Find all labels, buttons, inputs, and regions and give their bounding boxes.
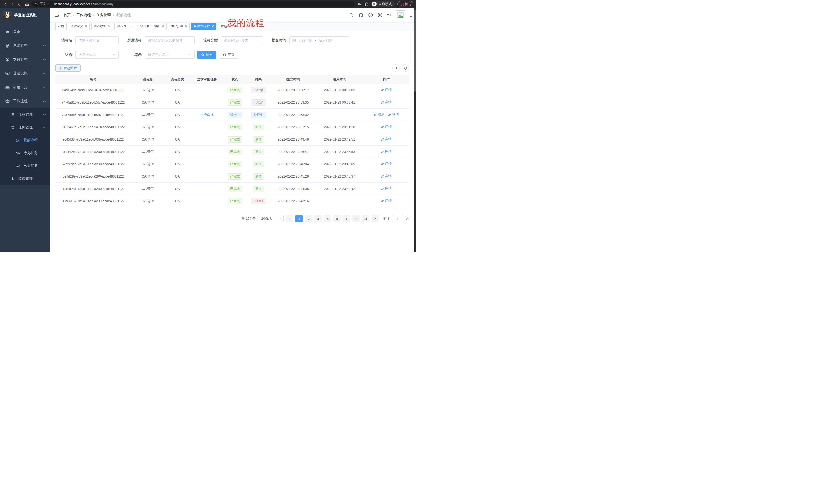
tab-流程表单[interactable]: 流程表单✕ [114,23,136,30]
page-button-6[interactable]: 6 [343,215,350,222]
app-logo-row[interactable]: 芋道管理系统 [0,8,50,22]
page-button-2[interactable]: 2 [305,215,312,222]
sidebar-item-yen[interactable]: 支付管理 [0,53,50,66]
reset-button[interactable]: 重置 [219,51,238,59]
pager-ellipsis[interactable]: ••• [353,215,360,222]
forward-icon[interactable] [10,1,16,7]
page-size-select[interactable]: 10条/页 [258,215,284,222]
font-size-icon[interactable]: тT [387,13,391,17]
table-row: 52ffd28e-7b9a-11ec-a290-acde48001122OA 请… [55,170,409,183]
submit-time-range-picker[interactable]: 开始日期 - 结束日期 [289,36,349,44]
sidebar-item-face[interactable]: 我的流程 [0,134,50,147]
sidebar-item-dashboard[interactable]: 首页 [0,25,50,39]
close-tab-icon[interactable]: ✕ [85,25,87,28]
tab-流程模型[interactable]: 流程模型✕ [91,23,113,30]
browser-menu-icon[interactable] [410,2,411,6]
column-header: 当前审批任务 [190,77,224,82]
edit-icon [388,113,391,116]
avatar-dropdown-caret[interactable] [410,16,412,18]
breadcrumb-item[interactable]: 首页 [63,13,71,18]
close-tab-icon[interactable]: ✕ [185,25,187,28]
help-icon[interactable] [368,12,373,18]
key-icon[interactable] [358,2,362,6]
sidebar-item-gear[interactable]: 系统管理 [0,39,50,53]
next-page-button[interactable] [371,215,379,222]
detail-action-link[interactable]: 详情 [381,88,392,92]
category-select[interactable]: 请选择流程分类 [221,36,263,44]
sidebar-item-list[interactable]: 流程管理 [0,108,50,121]
collapse-sidebar-icon[interactable] [54,12,59,18]
tab-流程表单-编辑[interactable]: 流程表单-编辑✕ [138,23,166,30]
close-tab-icon[interactable]: ✕ [212,25,214,28]
sidebar-item-user[interactable]: 请假查询 [0,172,50,185]
cell-current-task[interactable]: 一级审批 [190,113,224,117]
status-badge: 已完成 [228,186,242,192]
result-select[interactable]: 请选择流结果 [145,51,194,59]
detail-action-link[interactable]: 详情 [381,100,392,105]
reload-icon[interactable] [17,1,23,7]
chevron-up-icon [43,100,46,103]
avatar[interactable] [396,10,406,20]
detail-action-link[interactable]: 详情 [381,174,392,178]
back-icon[interactable] [3,1,8,7]
sidebar-item-briefcase[interactable]: 工作流程 [0,94,50,108]
column-header: 结果 [246,77,271,82]
cancel-action-link[interactable]: 取消 [373,112,384,117]
close-tab-icon[interactable]: ✕ [108,25,110,28]
sidebar-item-monitor[interactable]: 基础设施 [0,66,50,80]
page-button-1[interactable]: 1 [295,215,303,222]
home-icon[interactable] [24,1,30,7]
tab-用户分组[interactable]: 用户分组✕ [168,23,190,30]
breadcrumb-item[interactable]: 任务管理 [97,13,111,18]
sidebar-item-toolbox[interactable]: 研发工具 [0,80,50,94]
chevron-down-icon [257,39,260,42]
incognito-label: 无痕模式 [379,2,392,6]
detail-action-link[interactable]: 详情 [381,162,392,166]
search-icon[interactable] [349,12,354,18]
process-definition-input[interactable]: 请输入流程定义的编号 [145,36,194,44]
tab-label: 流程表单 [117,24,129,29]
process-name-input[interactable]: 请输入流程名 [75,36,119,44]
scrollbar-thumb[interactable] [414,9,416,92]
detail-action-link[interactable]: 详情 [381,186,392,191]
detail-action-link[interactable]: 详情 [388,112,399,117]
goto-page-input[interactable] [392,215,404,222]
sidebar-item-eye[interactable]: 待办任务 [0,147,50,160]
show-search-toggle-button[interactable] [392,64,399,72]
page-button-11[interactable]: 11 [362,215,369,222]
column-header: 状态 [224,77,246,82]
breadcrumb-item[interactable]: 工作流程 [76,13,91,18]
page-button-4[interactable]: 4 [324,215,331,222]
update-button[interactable]: 更新 [397,1,413,7]
status-badge: 已完成 [228,198,242,204]
fullscreen-icon[interactable] [378,12,383,18]
detail-action-link[interactable]: 详情 [381,149,392,154]
filter-submit-time-label: 提交时间 [266,38,289,43]
close-tab-icon[interactable]: ✕ [162,25,164,28]
search-button[interactable]: 搜索 [197,51,216,59]
url-bar[interactable]: 不安全 dashboard.yudao.iocoder.cn/bpm/task/… [31,1,355,7]
cell-status: 已完成 [224,186,246,192]
sidebar-item-flow[interactable]: 任务管理 [0,121,50,134]
app-title: 芋道管理系统 [14,13,36,18]
close-tab-icon[interactable]: ✕ [131,25,133,28]
refresh-table-button[interactable] [402,64,409,72]
edit-icon [381,187,384,190]
tab-首页[interactable]: 首页 [55,23,67,30]
filter-result-label: 结果 [122,52,145,57]
create-process-button[interactable]: 发起流程 [55,64,81,72]
tab-我的流程[interactable]: 我的流程✕ [191,23,216,30]
page-button-5[interactable]: 5 [334,215,341,222]
detail-action-link[interactable]: 详情 [381,199,392,203]
tab-流程定义[interactable]: 流程定义✕ [68,23,90,30]
page-scrollbar[interactable] [414,8,416,252]
github-icon[interactable] [358,12,364,18]
bookmark-star-icon[interactable] [364,2,368,6]
detail-action-link[interactable]: 详情 [381,137,392,142]
sidebar-item-eye-closed[interactable]: 已办任务 [0,160,50,172]
page-button-3[interactable]: 3 [314,215,322,222]
status-select[interactable]: 请选择状态 [75,51,119,59]
prev-page-button[interactable] [286,215,293,222]
cell-result: 处理中 [246,112,271,118]
detail-action-link[interactable]: 详情 [381,124,392,129]
